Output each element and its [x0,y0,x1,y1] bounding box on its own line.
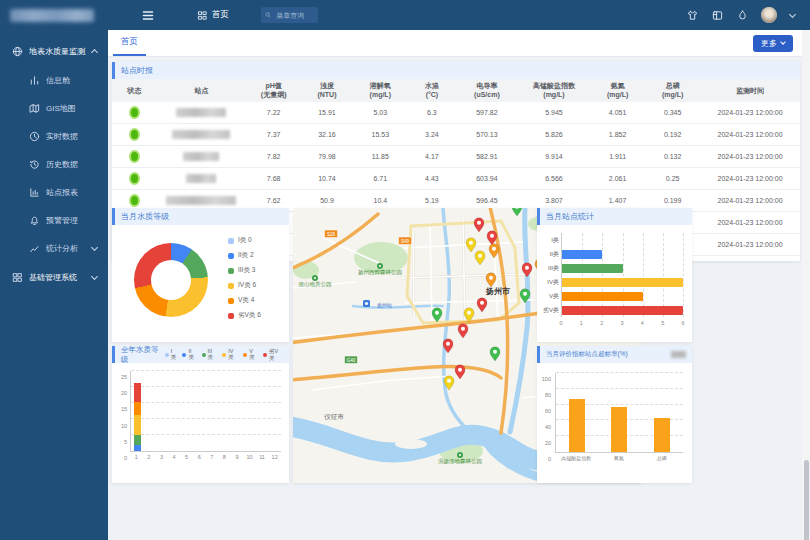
table-row[interactable]: 7.6810.746.714.43603.946.5662.0610.25202… [112,168,800,190]
panel-title-annual-grade: 全年水质等级 I类II类III类IV类V类劣V类 [112,346,289,363]
sidebar-item-信息舱[interactable]: 信息舱 [0,66,108,94]
page-scrollbar[interactable] [802,30,810,540]
value-cell: 15.91 [301,102,353,124]
value-cell: 5.945 [518,102,590,124]
menu-search-box[interactable] [261,7,318,23]
dashboard-icon [28,74,40,86]
time-cell: 2024-01-23 12:00:00 [700,146,800,168]
table-row[interactable]: 7.8279.9811.854.17582.919.9141.9110.1322… [112,146,800,168]
time-cell: 2024-01-23 12:00:00 [700,124,800,146]
value-cell: 1.852 [590,124,645,146]
chart-icon [28,242,40,254]
header-home-nav[interactable]: 首页 [196,9,229,21]
station-name-cell [157,102,246,124]
scrollbar-thumb[interactable] [804,460,809,540]
sidebar-item-站点报表[interactable]: 站点报表 [0,178,108,206]
panel-title-station-report: 站点时报 [112,62,800,79]
legend-item[interactable]: IV类 [222,348,238,362]
legend-item[interactable]: V类 4 [228,296,261,305]
app-window: 地表水质量监测系统信息舱GIS地图实时数据历史数据站点报表预警管理统计分析基础管… [0,0,810,540]
value-cell: 79.98 [301,146,353,168]
status-dot-green [129,128,140,141]
value-cell: 603.94 [456,168,518,190]
legend-item[interactable]: I类 0 [228,236,261,245]
legend-item[interactable]: III类 [202,348,218,362]
column-header-浊度: 浊度(NTU) [301,79,353,102]
value-cell: 7.68 [246,168,301,190]
value-cell: 6.71 [353,168,408,190]
blurred-station-name [186,174,216,183]
value-cell: 6.3 [408,102,456,124]
sidebar-item-label: 历史数据 [46,159,100,170]
column-header-高锰酸盐指数: 高锰酸盐指数(mg/L) [518,79,590,102]
tab-bar: 首页 更多 [108,30,802,57]
map-river-island [395,439,427,449]
value-cell: 4.17 [408,146,456,168]
legend-item[interactable]: 劣V类 6 [228,311,261,320]
time-cell: 2024-01-23 12:00:00 [700,212,800,234]
blurred-station-name [172,130,230,139]
value-cell: 9.914 [518,146,590,168]
sidebar-item-统计分析[interactable]: 统计分析 [0,234,108,262]
user-menu-chevron-down-icon[interactable] [789,10,796,17]
legend-item[interactable]: I类 [165,348,178,362]
svg-text:S49: S49 [401,239,410,244]
hamburger-menu-icon[interactable] [142,9,154,21]
sidebar-item-GIS地图[interactable]: GIS地图 [0,94,108,122]
city-label-扬州市: 扬州市 [485,286,510,296]
value-cell: 7.82 [246,146,301,168]
tab-home[interactable]: 首页 [113,30,146,56]
user-avatar[interactable] [761,7,777,23]
donut-legend: I类 0II类 2III类 3IV类 6V类 4劣V类 6 [228,236,261,320]
station-stats-chart [561,233,683,317]
sidebar-item-label: 统计分析 [46,243,86,254]
chevron-down-icon [91,272,98,279]
sidebar-section-地表水质量监测系统[interactable]: 地表水质量监测系统 [0,36,108,66]
status-cell [112,124,157,146]
value-cell: 2.061 [590,168,645,190]
table-row[interactable]: 7.3732.1615.533.24570.135.8261.8520.1922… [112,124,800,146]
time-cell: 2024-01-23 12:00:00 [700,168,800,190]
panel-title-exceed-rate: 当月评价指标站点超标率(%) [537,346,692,363]
value-cell: 5.03 [353,102,408,124]
value-cell: 597.82 [456,102,518,124]
header-actions [686,7,810,23]
station-name-cell [157,146,246,168]
status-cell [112,102,157,124]
svg-text:捺山地质公园: 捺山地质公园 [299,281,332,288]
monthly-station-stats-panel: 当月站点统计 I类II类III类IV类V类劣V类 0123456 [537,208,692,342]
sidebar-item-预警管理[interactable]: 预警管理 [0,206,108,234]
legend-item[interactable]: III类 3 [228,266,261,275]
road-badge-S28: S28 [325,230,338,238]
menu-search-input[interactable] [274,11,314,20]
donut-hole [151,260,191,300]
sidebar-item-历史数据[interactable]: 历史数据 [0,150,108,178]
legend-item[interactable]: 劣V类 [263,348,283,362]
theme-shirt-icon[interactable] [686,9,698,21]
table-row[interactable]: 7.2215.915.036.3597.825.9454.0510.345202… [112,102,800,124]
legend-item[interactable]: II类 2 [228,251,261,260]
sidebar-section-label: 基础管理系统 [29,272,86,283]
status-cell [112,168,157,190]
legend-item[interactable]: II类 [182,348,196,362]
value-cell: 0.25 [645,168,700,190]
value-cell: 7.22 [246,102,301,124]
chevron-up-icon [91,49,98,56]
value-cell: 10.74 [301,168,353,190]
status-dot-green [129,106,140,119]
flame-icon[interactable] [736,9,748,21]
sidebar-item-实时数据[interactable]: 实时数据 [0,122,108,150]
monthly-grade-donut-chart: I类 0II类 2III类 3IV类 6V类 4劣V类 6 [112,225,289,342]
poi-label: 扬州站 [377,302,392,309]
sidebar-section-基础管理系统[interactable]: 基础管理系统 [0,262,108,292]
blurred-station-name [176,108,226,117]
layout-columns-icon[interactable] [711,9,723,21]
legend-item[interactable]: IV类 6 [228,281,261,290]
blurred-station-name [183,152,219,161]
column-header-水温: 水温(°C) [408,79,456,102]
station-name-cell [157,168,246,190]
value-cell: 0.192 [645,124,700,146]
exceed-rate-x-labels: 高锰酸盐指数氨氮总磷 [555,455,683,461]
more-button[interactable]: 更多 [753,35,793,52]
legend-item[interactable]: V类 [243,348,258,362]
